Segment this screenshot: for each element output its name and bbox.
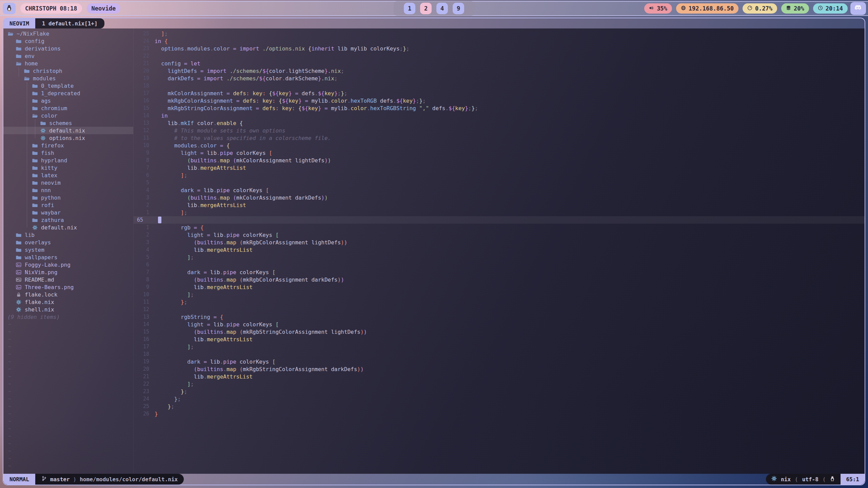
tree-item-home[interactable]: home [3, 60, 133, 67]
tree-item-kitty[interactable]: kitty [3, 164, 133, 171]
tree-item-0-template[interactable]: 0_template [3, 82, 133, 89]
code-line[interactable]: 15 mkRgbStringColorAssignment = defs: ke… [134, 104, 865, 112]
code-line[interactable]: 4 lib.mergeAttrsList [134, 246, 865, 253]
tree-item-color[interactable]: color [3, 112, 133, 119]
code-line[interactable]: 20 lightDefs = import ./schemes/${color.… [134, 67, 865, 75]
tree-item-waybar[interactable]: waybar [3, 209, 133, 216]
tree-item-christoph[interactable]: christoph [3, 67, 133, 75]
code-line[interactable]: 6 [134, 261, 865, 268]
workspace-button-2[interactable]: 2 [420, 3, 432, 14]
code-line[interactable]: 22 ]; [134, 380, 865, 388]
tree-item-options-nix[interactable]: options.nix [3, 134, 133, 142]
code-line[interactable]: 1 ]; [134, 209, 865, 216]
code-line[interactable]: 12 # This module sets its own options [134, 127, 865, 134]
code-line[interactable]: 23 options.modules.color = import ./opti… [134, 45, 865, 52]
workspace-button-1[interactable]: 1 [404, 3, 415, 14]
code-line[interactable]: 2 lib.mergeAttrsList [134, 201, 865, 209]
workspace-button-4[interactable]: 4 [436, 3, 448, 14]
workspace-button-9[interactable]: 9 [453, 3, 464, 14]
code-line[interactable]: 14 light = lib.pipe colorKeys [ [134, 321, 865, 328]
code-line[interactable]: 18 [134, 350, 865, 358]
code-line[interactable]: 22 [134, 52, 865, 60]
code-line[interactable]: 13 lib.mkIf color.enable { [134, 119, 865, 127]
tree-item-wallpapers[interactable]: wallpapers [3, 253, 133, 261]
tree-item-ags[interactable]: ags [3, 97, 133, 104]
tree-item-fish[interactable]: fish [3, 149, 133, 157]
code-line[interactable]: 8 (builtins.map (mkRgbColorAssignment da… [134, 276, 865, 283]
tree-item-foggy-lake-png[interactable]: Foggy-Lake.png [3, 261, 133, 268]
code-line[interactable]: 5 ]; [134, 253, 865, 261]
code-line[interactable]: 16 mkRgbColorAssignment = defs: key: {${… [134, 97, 865, 104]
tree-item-default-nix[interactable]: default.nix [3, 224, 133, 231]
tree-item-schemes[interactable]: schemes [3, 119, 133, 127]
host-clock-module[interactable]: CHRISTOPH 08:18 [20, 3, 82, 14]
code-line[interactable]: 24 }; [134, 395, 865, 403]
tree-item-lib[interactable]: lib [3, 231, 133, 239]
code-line[interactable]: 13 rgbString = { [134, 313, 865, 321]
code-line[interactable]: 9 lib.mergeAttrsList [134, 283, 865, 291]
tree-item-1-deprecated[interactable]: 1_deprecated [3, 89, 133, 97]
memory-module[interactable]: 20% [781, 3, 809, 14]
tree-item-flake-nix[interactable]: flake.nix [3, 298, 133, 306]
tree-item-nnn[interactable]: nnn [3, 186, 133, 194]
tree-item-config[interactable]: config [3, 37, 133, 45]
code-line[interactable]: 7 dark = lib.pipe colorKeys [ [134, 268, 865, 276]
tree-item-derivations[interactable]: derivations [3, 45, 133, 52]
code-line[interactable]: 26} [134, 410, 865, 418]
code-line[interactable]: 24in { [134, 37, 865, 45]
code-line[interactable]: 10 modules.color = { [134, 142, 865, 149]
code-line-current[interactable]: 65 [134, 216, 865, 224]
launcher-button[interactable] [3, 3, 16, 14]
tree-item-hyprland[interactable]: hyprland [3, 157, 133, 164]
tree-item-zathura[interactable]: zathura [3, 216, 133, 224]
network-module[interactable]: 192.168.86.50 [676, 3, 738, 14]
tree-item-three-bears-png[interactable]: Three-Bears.png [3, 283, 133, 291]
tree-item-latex[interactable]: latex [3, 171, 133, 179]
tree-item-python[interactable]: python [3, 194, 133, 201]
code-line[interactable]: 18 [134, 82, 865, 89]
code-line[interactable]: 7 lib.mergeAttrsList [134, 164, 865, 171]
code-line[interactable]: 12 [134, 306, 865, 313]
code-line[interactable]: 25 }; [134, 403, 865, 410]
code-line[interactable]: 6 ]; [134, 171, 865, 179]
tree-item-env[interactable]: env [3, 52, 133, 60]
clock-module[interactable]: 20:14 [813, 3, 848, 14]
tree-item-neovim[interactable]: neovim [3, 179, 133, 186]
code-line[interactable]: 15 (builtins.map (mkRgbStringColorAssign… [134, 328, 865, 336]
code-line[interactable]: 11 }; [134, 298, 865, 306]
code-line[interactable]: 5 [134, 179, 865, 186]
code-line[interactable]: 11 # to the values specified in a colors… [134, 134, 865, 142]
tree-item-nixvim-png[interactable]: NixVim.png [3, 268, 133, 276]
code-line[interactable]: 14 in [134, 112, 865, 119]
code-line[interactable]: 8 (builtins.map (mkColorAssignment light… [134, 157, 865, 164]
tree-item-overlays[interactable]: overlays [3, 239, 133, 246]
code-line[interactable]: 19 dark = lib.pipe colorKeys [ [134, 358, 865, 365]
tree-item-system[interactable]: system [3, 246, 133, 253]
code-line[interactable]: 17 ]; [134, 343, 865, 350]
code-line[interactable]: 3 (builtins.map (mkColorAssignment darkD… [134, 194, 865, 201]
code-line[interactable]: 4 dark = lib.pipe colorKeys [ [134, 186, 865, 194]
audio-module[interactable]: 35% [644, 3, 672, 14]
tree-item-rofi[interactable]: rofi [3, 201, 133, 209]
code-line[interactable]: 16 lib.mergeAttrsList [134, 336, 865, 343]
code-line[interactable]: 25 ]; [134, 30, 865, 37]
code-line[interactable]: 21 config = let [134, 60, 865, 67]
tree-item-firefox[interactable]: firefox [3, 142, 133, 149]
tree-item-default-nix[interactable]: default.nix [3, 127, 133, 134]
code-line[interactable]: 10 ]; [134, 291, 865, 298]
code-line[interactable]: 19 darkDefs = import ./schemes/${color.d… [134, 75, 865, 82]
code-line[interactable]: 20 (builtins.map (mkRgbStringColorAssign… [134, 365, 865, 373]
code-line[interactable]: 9 light = lib.pipe colorKeys [ [134, 149, 865, 157]
code-line[interactable]: 3 (builtins.map (mkRgbColorAssignment li… [134, 239, 865, 246]
tree-item-shell-nix[interactable]: shell.nix [3, 306, 133, 313]
tree-item--nixflake[interactable]: ~/NixFlake [3, 30, 133, 37]
code-line[interactable]: 1 rgb = { [134, 224, 865, 231]
code-line[interactable]: 17 mkColorAssignment = defs: key: {${key… [134, 89, 865, 97]
discord-button[interactable] [850, 2, 866, 15]
tree-item-flake-lock[interactable]: flake.lock [3, 291, 133, 298]
code-line[interactable]: 23 }; [134, 388, 865, 395]
tree-item-modules[interactable]: modules [3, 75, 133, 82]
tree-item-chromium[interactable]: chromium [3, 104, 133, 112]
tree-item-readme-md[interactable]: README.md [3, 276, 133, 283]
active-app-module[interactable]: Neovide [87, 3, 121, 14]
